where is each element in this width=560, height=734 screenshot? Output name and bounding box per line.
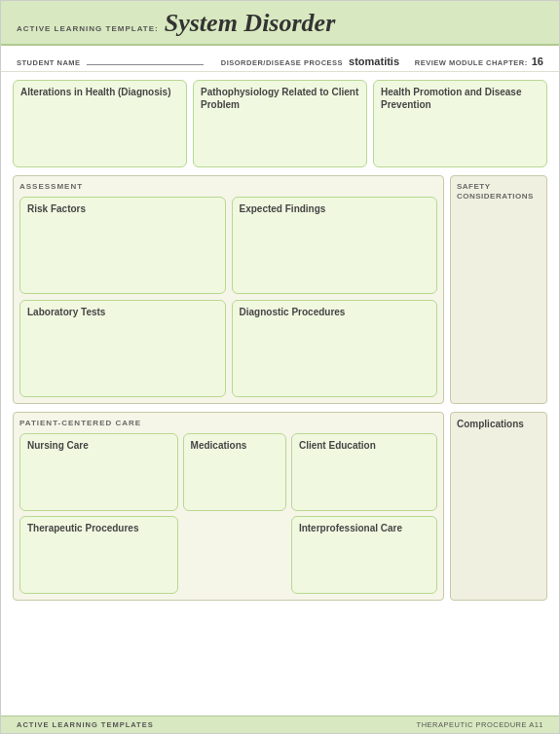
page-title: System Disorder: [165, 9, 336, 38]
laboratory-tests-label: Laboratory Tests: [27, 306, 218, 318]
disorder-label: DISORDER/DISEASE PROCESS: [221, 58, 343, 67]
pcc-wrapper: PATIENT-CENTERED CARE Nursing Care Medic…: [13, 412, 547, 601]
pathophysiology-box: Pathophysiology Related to Client Proble…: [193, 80, 367, 167]
assessment-wrapper: ASSESSMENT Risk Factors Expected Finding…: [13, 175, 547, 404]
complications-label: Complications: [457, 419, 541, 429]
main-content: Alterations in Health (Diagnosis) Pathop…: [1, 72, 559, 716]
assessment-grid: Risk Factors Expected Findings Laborator…: [19, 197, 437, 397]
diagnostic-procedures-label: Diagnostic Procedures: [240, 306, 430, 318]
client-education-box: Client Education: [291, 433, 437, 511]
nursing-care-box: Nursing Care: [19, 433, 178, 511]
health-promotion-label: Health Promotion and Disease Prevention: [381, 86, 540, 111]
safety-label: SAFETY CONSIDERATIONS: [457, 182, 541, 201]
student-info-row: STUDENT NAME DISORDER/DISEASE PROCESS st…: [1, 46, 559, 72]
interprofessional-care-label: Interprofessional Care: [299, 522, 429, 534]
disorder-value: stomatitis: [349, 55, 399, 67]
medications-box: Medications: [183, 433, 286, 511]
module-label: REVIEW MODULE CHAPTER:: [415, 58, 528, 67]
risk-factors-label: Risk Factors: [27, 202, 218, 215]
header: ACTIVE LEARNING TEMPLATE: System Disorde…: [1, 1, 559, 46]
template-label: ACTIVE LEARNING TEMPLATE:: [17, 24, 159, 33]
module-row: REVIEW MODULE CHAPTER: 16: [415, 55, 543, 67]
safety-col: SAFETY CONSIDERATIONS: [450, 175, 547, 404]
page: ACTIVE LEARNING TEMPLATE: System Disorde…: [0, 0, 560, 734]
module-value: 16: [532, 55, 543, 67]
pcc-top-row: Nursing Care Medications Client Educatio…: [19, 433, 437, 511]
expected-findings-label: Expected Findings: [240, 202, 430, 215]
top-boxes-row: Alterations in Health (Diagnosis) Pathop…: [13, 80, 547, 167]
pcc-bottom-row: Therapeutic Procedures Interprofessional…: [19, 516, 437, 594]
student-name-line: [87, 52, 204, 65]
footer: ACTIVE LEARNING TEMPLATES THERAPEUTIC PR…: [1, 716, 559, 733]
pcc-empty-col: [183, 516, 286, 594]
complications-col: Complications: [450, 412, 547, 601]
expected-findings-box: Expected Findings: [232, 197, 438, 294]
medications-label: Medications: [191, 439, 279, 452]
nursing-care-label: Nursing Care: [27, 439, 170, 452]
student-name-label: STUDENT NAME: [17, 58, 81, 67]
client-education-label: Client Education: [299, 439, 429, 452]
laboratory-tests-box: Laboratory Tests: [19, 300, 226, 397]
health-promotion-box: Health Promotion and Disease Prevention: [373, 80, 547, 167]
pcc-label: PATIENT-CENTERED CARE: [19, 419, 437, 427]
therapeutic-procedures-box: Therapeutic Procedures: [19, 516, 178, 594]
footer-right: THERAPEUTIC PROCEDURE A11: [417, 720, 543, 729]
assessment-main: ASSESSMENT Risk Factors Expected Finding…: [13, 175, 444, 404]
alterations-label: Alterations in Health (Diagnosis): [20, 86, 179, 98]
pathophysiology-label: Pathophysiology Related to Client Proble…: [201, 86, 359, 111]
footer-left: ACTIVE LEARNING TEMPLATES: [17, 720, 154, 729]
therapeutic-procedures-label: Therapeutic Procedures: [27, 522, 170, 534]
alterations-box: Alterations in Health (Diagnosis): [13, 80, 187, 167]
interprofessional-care-box: Interprofessional Care: [291, 516, 437, 594]
assessment-label: ASSESSMENT: [19, 182, 437, 191]
diagnostic-procedures-box: Diagnostic Procedures: [232, 300, 438, 397]
pcc-main: PATIENT-CENTERED CARE Nursing Care Medic…: [13, 412, 444, 601]
risk-factors-box: Risk Factors: [19, 197, 226, 294]
